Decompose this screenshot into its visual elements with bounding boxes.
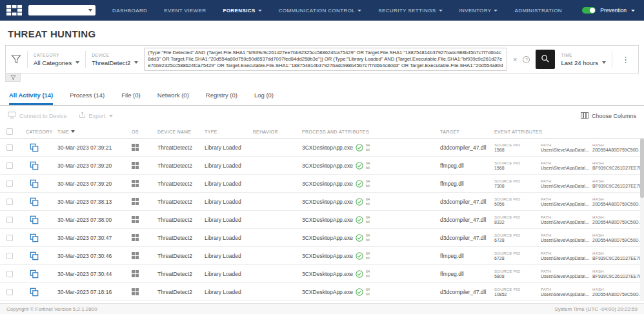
tab[interactable]: All Activity (14) bbox=[9, 92, 53, 105]
nav-menu-item-label: DASHBOARD bbox=[112, 8, 147, 14]
row-checkbox[interactable] bbox=[6, 217, 13, 223]
row-device-name: ThreatDetect2 bbox=[155, 199, 202, 205]
bitness-badge: 64 bit bbox=[366, 270, 370, 278]
table-row[interactable]: 30-Mar-2023 07:38:00 ThreatDetect2 Libra… bbox=[0, 211, 644, 229]
row-device-name: ThreatDetect2 bbox=[155, 253, 202, 259]
row-device-name: ThreatDetect2 bbox=[155, 271, 202, 277]
attr-source-pid: SOURCE PID 7308 bbox=[494, 179, 538, 188]
clear-query-icon[interactable]: × bbox=[513, 56, 517, 63]
table-row[interactable]: 30-Mar-2023 07:39:20 ThreatDetect2 Libra… bbox=[0, 157, 644, 175]
chevron-down-icon bbox=[494, 10, 498, 12]
row-time: 30-Mar-2023 07:18:16 bbox=[55, 289, 129, 295]
table-row[interactable]: 30-Mar-2023 07:38:13 ThreatDetect2 Libra… bbox=[0, 193, 644, 211]
nav-menu-item[interactable]: ADMINISTRATION bbox=[514, 8, 561, 14]
tab[interactable]: Network (0) bbox=[157, 92, 189, 105]
row-time: 30-Mar-2023 07:39:20 bbox=[55, 162, 129, 169]
organization-select[interactable] bbox=[28, 5, 96, 15]
windows-os-icon bbox=[132, 180, 139, 187]
col-header-category[interactable]: CATEGORY bbox=[19, 130, 55, 134]
col-header-time[interactable]: TIME bbox=[55, 130, 129, 134]
attr-path: PATH Users\Steve\AppData\... bbox=[541, 251, 590, 260]
table-row[interactable]: 30-Mar-2023 07:30:46 ThreatDetect2 Libra… bbox=[0, 247, 644, 265]
attr-hash: HASH 20D554A80D759C50D... bbox=[592, 215, 644, 224]
table-row[interactable]: 30-Mar-2023 07:18:16 ThreatDetect2 Libra… bbox=[0, 283, 644, 301]
chevron-down-icon[interactable] bbox=[631, 10, 635, 12]
nav-menu-item[interactable]: DASHBOARD bbox=[112, 8, 147, 14]
scrollbar-thumb[interactable] bbox=[640, 139, 644, 198]
tab[interactable]: Log (0) bbox=[254, 92, 274, 105]
export-button[interactable]: Export bbox=[79, 112, 113, 120]
chevron-down-icon bbox=[357, 10, 361, 12]
attr-hash-value: 20D554A80D759C50D... bbox=[592, 220, 644, 224]
tab-label: All Activity (14) bbox=[9, 92, 53, 99]
connect-to-device-button[interactable]: Connect to Device bbox=[8, 112, 67, 120]
col-header-attributes[interactable]: EVENT ATTRIBUTES bbox=[492, 130, 644, 134]
filter-funnel-small-icon bbox=[10, 72, 16, 83]
attr-source-pid-label: SOURCE PID bbox=[494, 143, 538, 147]
divider bbox=[85, 51, 86, 68]
nav-menu-item[interactable]: INVENTORY bbox=[459, 8, 498, 14]
chevron-down-icon bbox=[75, 61, 79, 64]
signed-check-icon bbox=[356, 288, 363, 296]
nav-menu-item[interactable]: FORENSICS bbox=[223, 8, 261, 14]
col-header-os[interactable]: OS bbox=[129, 130, 155, 134]
table-row[interactable]: 30-Mar-2023 07:30:44 ThreatDetect2 Libra… bbox=[0, 265, 644, 283]
row-target: ffmpeg.dll bbox=[438, 181, 492, 187]
row-checkbox[interactable] bbox=[6, 235, 13, 241]
row-checkbox[interactable] bbox=[6, 144, 13, 151]
device-filter-dropdown[interactable]: DEVICE ThreatDetect2 bbox=[92, 53, 138, 66]
col-header-type[interactable]: TYPE bbox=[202, 130, 250, 134]
row-checkbox[interactable] bbox=[6, 253, 13, 259]
tab[interactable]: File (0) bbox=[121, 92, 141, 105]
time-filter-dropdown[interactable]: TIME Last 24 hours bbox=[561, 53, 606, 66]
row-time: 30-Mar-2023 07:39:20 bbox=[55, 181, 129, 187]
query-input[interactable]: (Type:"File Detected" AND (Target.File.S… bbox=[144, 48, 507, 71]
row-checkbox[interactable] bbox=[6, 162, 13, 169]
tab[interactable]: Process (14) bbox=[70, 92, 105, 105]
attr-path-value: Users\Steve\AppData\... bbox=[541, 256, 590, 260]
col-header-target[interactable]: TARGET bbox=[438, 130, 492, 134]
filter-collapse-tab[interactable] bbox=[5, 74, 21, 82]
row-process-name: 3CXDesktopApp.exe bbox=[302, 144, 353, 151]
col-header-behavior[interactable]: BEHAVIOR bbox=[250, 130, 299, 134]
table-toolbar: Connect to Device Export Choose Columns bbox=[0, 106, 644, 125]
category-filter-dropdown[interactable]: CATEGORY All Categories bbox=[34, 53, 79, 66]
nav-menu-item[interactable]: SECURITY SETTINGS bbox=[378, 8, 442, 14]
row-checkbox[interactable] bbox=[6, 199, 13, 205]
select-all-checkbox[interactable] bbox=[6, 128, 13, 135]
choose-columns-button[interactable]: Choose Columns bbox=[581, 112, 636, 120]
windows-os-icon bbox=[132, 198, 139, 205]
device-monitor-icon bbox=[8, 112, 16, 120]
table-row[interactable]: 30-Mar-2023 07:30:47 ThreatDetect2 Libra… bbox=[0, 229, 644, 247]
attr-source-pid-value: 6728 bbox=[494, 238, 538, 242]
table-row[interactable]: 30-Mar-2023 07:39:20 ThreatDetect2 Libra… bbox=[0, 175, 644, 193]
windows-os-icon bbox=[132, 234, 139, 241]
windows-os-icon bbox=[132, 270, 139, 277]
row-process-name: 3CXDesktopApp.exe bbox=[302, 289, 353, 295]
attr-source-pid-value: 7308 bbox=[494, 184, 538, 188]
attr-path-value: Users\Steve\AppData\... bbox=[541, 220, 590, 224]
bitness-line2: bit bbox=[366, 238, 370, 242]
table-row[interactable]: 30-Mar-2023 07:39:21 ThreatDetect2 Libra… bbox=[0, 139, 644, 157]
attr-hash-value: BF939C9C261D27EE7B... bbox=[592, 256, 644, 260]
row-checkbox[interactable] bbox=[6, 289, 13, 295]
row-target: ffmpeg.dll bbox=[438, 162, 492, 169]
col-header-device[interactable]: DEVICE NAME bbox=[155, 130, 202, 134]
attr-source-pid-value: 8332 bbox=[494, 220, 538, 224]
bitness-badge: 64 bit bbox=[366, 179, 370, 188]
search-button[interactable] bbox=[536, 50, 555, 69]
row-checkbox[interactable] bbox=[6, 271, 13, 277]
more-options-button[interactable]: ⋮ bbox=[618, 55, 633, 64]
col-header-process[interactable]: PROCESS AND ATTRIBUTES bbox=[299, 130, 438, 134]
nav-menu-item[interactable]: COMMUNICATION CONTROL bbox=[279, 8, 361, 14]
category-filter-label: CATEGORY bbox=[34, 53, 79, 57]
vertical-scrollbar[interactable] bbox=[640, 139, 644, 301]
nav-menu-item[interactable]: EVENT VIEWER bbox=[164, 8, 206, 14]
row-checkbox[interactable] bbox=[6, 181, 13, 187]
attr-source-pid: SOURCE PID 6728 bbox=[494, 251, 538, 260]
tab[interactable]: Registry (0) bbox=[206, 92, 237, 105]
row-process-name: 3CXDesktopApp.exe bbox=[302, 253, 353, 259]
mode-toggle[interactable] bbox=[582, 7, 596, 14]
attr-hash: HASH 20D554A80D759C50D... bbox=[592, 288, 644, 297]
help-icon[interactable]: ? bbox=[523, 56, 530, 63]
